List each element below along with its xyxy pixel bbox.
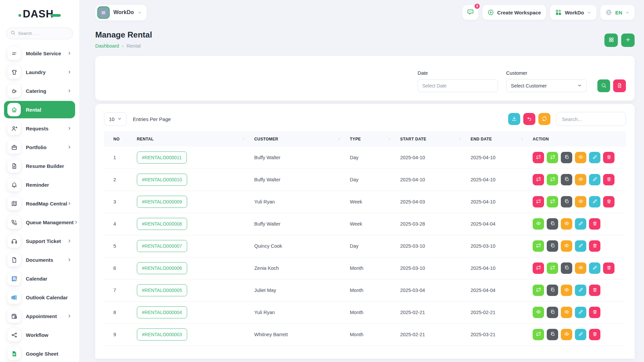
edit-action-button[interactable] — [589, 196, 600, 207]
sidebar-item-outlook-calendar[interactable]: Outlook Calendar — [4, 289, 75, 306]
delete-action-button[interactable] — [603, 152, 614, 163]
apply-filter-button[interactable] — [597, 79, 610, 92]
customer-select[interactable]: Select Customer — [506, 79, 587, 92]
sidebar-item-resume-builder[interactable]: Resume Builder — [4, 157, 75, 175]
edit-action-button[interactable] — [589, 152, 600, 163]
create-workspace-button[interactable]: Create Workspace — [482, 5, 546, 20]
repeat-action-button[interactable] — [547, 174, 558, 185]
sort-icon[interactable]: ↑↓ — [521, 137, 523, 141]
sidebar-item-queue-management[interactable]: Queue Management — [4, 214, 75, 231]
view-action-button[interactable] — [533, 307, 544, 318]
sort-icon[interactable]: ↑↓ — [242, 137, 244, 141]
clear-filter-icon — [617, 83, 622, 89]
edit-action-button[interactable] — [575, 307, 586, 318]
add-rental-button[interactable] — [621, 34, 635, 47]
view-action-button[interactable] — [575, 152, 586, 163]
cell-type: Month — [347, 279, 397, 301]
delete-action-button[interactable] — [589, 285, 600, 296]
sidebar-item-appointment[interactable]: Appointment — [4, 307, 75, 325]
export-button[interactable] — [508, 113, 520, 125]
chevron-down-icon — [577, 83, 582, 89]
edit-action-button[interactable] — [589, 262, 600, 274]
duplicate-action-button[interactable] — [561, 174, 572, 185]
view-action-button[interactable] — [561, 218, 572, 230]
duplicate-action-button[interactable] — [561, 152, 572, 163]
sidebar-item-requests[interactable]: Requests — [4, 120, 75, 137]
duplicate-action-button[interactable] — [547, 329, 558, 340]
column-header-end-date[interactable]: END DATE ↑↓ — [468, 131, 530, 146]
repeat-action-button[interactable] — [533, 285, 544, 296]
duplicate-action-button[interactable] — [561, 196, 572, 207]
sidebar-item-catering[interactable]: Catering — [4, 82, 75, 100]
sidebar-item-documents[interactable]: Documents — [4, 251, 75, 268]
sidebar-item-label: Support Ticket — [26, 238, 61, 244]
language-selector[interactable]: EN — [600, 5, 635, 20]
column-header-rental[interactable]: RENTAL ↑↓ — [134, 131, 252, 146]
date-input[interactable] — [418, 79, 498, 92]
duplicate-action-button[interactable] — [547, 240, 558, 252]
repeat-action-button[interactable] — [547, 262, 558, 274]
sort-icon[interactable]: ↑↓ — [338, 137, 340, 141]
sidebar-item-mobile-service[interactable]: Mobile Service — [4, 45, 75, 62]
duplicate-action-button[interactable] — [547, 218, 558, 230]
sidebar-item-portfolio[interactable]: Portfolio — [4, 138, 75, 156]
view-action-button[interactable] — [561, 329, 572, 340]
repeat-action-button[interactable] — [533, 262, 544, 274]
view-action-button[interactable] — [575, 196, 586, 207]
column-header-customer[interactable]: CUSTOMER ↑↓ — [252, 131, 347, 146]
view-action-button[interactable] — [561, 285, 572, 296]
edit-action-button[interactable] — [575, 329, 586, 340]
sidebar-item-reminder[interactable]: Reminder — [4, 176, 75, 193]
repeat-action-button[interactable] — [547, 152, 558, 163]
sidebar-item-support-ticket[interactable]: Support Ticket — [4, 232, 75, 250]
sidebar-item-calendar[interactable]: 31 Calendar — [4, 270, 75, 287]
column-header-start-date[interactable]: START DATE ↑↓ — [397, 131, 468, 146]
messages-button[interactable]: 0 — [463, 5, 478, 20]
repeat-action-button[interactable] — [533, 240, 544, 252]
view-action-button[interactable] — [533, 218, 544, 230]
repeat-action-button[interactable] — [547, 196, 558, 207]
entries-per-page-select[interactable]: 10 — [104, 112, 127, 126]
edit-action-button[interactable] — [575, 285, 586, 296]
sidebar-item-laundry[interactable]: Laundry — [4, 63, 75, 81]
sidebar-item-google-sheet[interactable]: Google Sheet — [4, 345, 75, 362]
duplicate-action-button[interactable] — [547, 307, 558, 318]
repeat-action-button[interactable] — [533, 329, 544, 340]
clear-filter-button[interactable] — [613, 79, 626, 92]
view-action-button[interactable] — [575, 262, 586, 274]
view-action-button[interactable] — [561, 240, 572, 252]
delete-action-button[interactable] — [603, 196, 614, 207]
workspace-selector[interactable]: WorkDo — [95, 5, 147, 20]
view-action-button[interactable] — [575, 174, 586, 185]
delete-action-button[interactable] — [589, 307, 600, 318]
sidebar-search-input[interactable] — [18, 31, 69, 36]
duplicate-action-button[interactable] — [547, 285, 558, 296]
duplicate-action-button[interactable] — [561, 262, 572, 274]
sidebar-item-rental[interactable]: Rental — [4, 101, 75, 118]
workspace-menu-button[interactable]: WorkDo — [550, 5, 596, 20]
trash-icon — [592, 331, 597, 338]
sort-icon[interactable]: ↑↓ — [459, 137, 461, 141]
sidebar-item-workflow[interactable]: Workflow — [4, 326, 75, 344]
delete-action-button[interactable] — [603, 174, 614, 185]
delete-action-button[interactable] — [589, 218, 600, 230]
grid-view-button[interactable] — [604, 34, 618, 47]
edit-action-button[interactable] — [575, 240, 586, 252]
delete-action-button[interactable] — [589, 329, 600, 340]
repeat-action-button[interactable] — [533, 196, 544, 207]
sidebar-item-roadmap-central[interactable]: RoadMap Central — [4, 195, 75, 212]
delete-action-button[interactable] — [589, 240, 600, 252]
sort-icon[interactable]: ↑↓ — [388, 137, 390, 141]
delete-action-button[interactable] — [603, 262, 614, 274]
logo[interactable]: DASH — [0, 0, 79, 25]
breadcrumb-dashboard-link[interactable]: Dashboard — [95, 43, 119, 49]
edit-action-button[interactable] — [575, 218, 586, 230]
reload-button[interactable] — [538, 113, 550, 125]
table-search-input[interactable] — [556, 112, 626, 126]
view-action-button[interactable] — [561, 307, 572, 318]
reset-button[interactable] — [523, 113, 535, 125]
column-header-type[interactable]: TYPE ↑↓ — [347, 131, 397, 146]
repeat-action-button[interactable] — [533, 174, 544, 185]
repeat-action-button[interactable] — [533, 152, 544, 163]
edit-action-button[interactable] — [589, 174, 600, 185]
